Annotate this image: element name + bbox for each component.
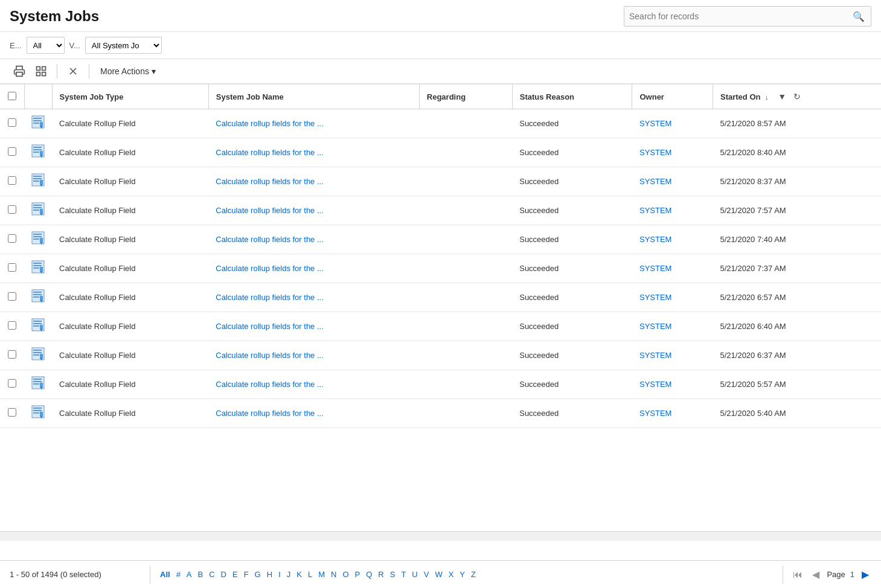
- th-owner[interactable]: Owner: [632, 85, 713, 109]
- select-all-checkbox[interactable]: [8, 92, 16, 100]
- row-checkbox-cell[interactable]: [0, 109, 24, 138]
- alpha-link-p[interactable]: P: [353, 569, 363, 580]
- row-job-name[interactable]: Calculate rollup fields for the ...: [208, 283, 419, 312]
- svg-rect-28: [33, 209, 39, 211]
- row-job-name[interactable]: Calculate rollup fields for the ...: [208, 225, 419, 254]
- alpha-link-i[interactable]: I: [276, 569, 283, 580]
- row-checkbox[interactable]: [8, 147, 16, 156]
- alpha-link-b[interactable]: B: [196, 569, 206, 580]
- search-input[interactable]: [624, 11, 847, 21]
- row-checkbox[interactable]: [8, 118, 16, 127]
- alpha-link-e[interactable]: E: [230, 569, 240, 580]
- row-owner[interactable]: SYSTEM: [632, 225, 713, 254]
- v-filter-select[interactable]: All System Jo: [85, 37, 162, 54]
- alpha-link-n[interactable]: N: [328, 569, 339, 580]
- row-checkbox-cell[interactable]: [0, 254, 24, 283]
- th-system-job-name[interactable]: System Job Name: [208, 85, 419, 109]
- row-checkbox-cell[interactable]: [0, 312, 24, 341]
- alpha-link-v[interactable]: V: [421, 569, 432, 580]
- alpha-link-k[interactable]: K: [294, 569, 304, 580]
- th-regarding[interactable]: Regarding: [419, 85, 512, 109]
- alpha-link-r[interactable]: R: [376, 569, 386, 580]
- row-job-name[interactable]: Calculate rollup fields for the ...: [208, 254, 419, 283]
- row-checkbox[interactable]: [8, 176, 16, 185]
- row-checkbox-cell[interactable]: [0, 196, 24, 225]
- alpha-link-j[interactable]: J: [284, 569, 293, 580]
- row-job-name[interactable]: Calculate rollup fields for the ...: [208, 341, 419, 370]
- row-checkbox-cell[interactable]: [0, 283, 24, 312]
- alpha-link-l[interactable]: L: [306, 569, 315, 580]
- filter-button[interactable]: ▼: [775, 91, 789, 103]
- horizontal-scrollbar[interactable]: [0, 531, 881, 541]
- row-checkbox[interactable]: [8, 292, 16, 301]
- svg-rect-33: [33, 236, 42, 237]
- row-checkbox[interactable]: [8, 350, 16, 359]
- e-filter-select[interactable]: All: [27, 37, 65, 54]
- row-owner[interactable]: SYSTEM: [632, 167, 713, 196]
- alpha-link-w[interactable]: W: [432, 569, 444, 580]
- alpha-link-s[interactable]: S: [388, 569, 398, 580]
- alpha-link-g[interactable]: G: [252, 569, 263, 580]
- alpha-link-d[interactable]: D: [219, 569, 229, 580]
- row-owner[interactable]: SYSTEM: [632, 312, 713, 341]
- row-job-name[interactable]: Calculate rollup fields for the ...: [208, 167, 419, 196]
- row-checkbox[interactable]: [8, 321, 16, 330]
- row-checkbox[interactable]: [8, 379, 16, 388]
- row-job-name[interactable]: Calculate rollup fields for the ...: [208, 370, 419, 399]
- more-actions-button[interactable]: More Actions ▾: [95, 64, 161, 78]
- next-page-button[interactable]: ▶: [859, 567, 871, 581]
- first-page-button[interactable]: ⏮: [790, 568, 805, 581]
- table-header-row: System Job Type System Job Name Regardin…: [0, 85, 881, 109]
- alpha-link-o[interactable]: O: [340, 569, 351, 580]
- alpha-link-x[interactable]: X: [446, 569, 457, 580]
- th-status-reason[interactable]: Status Reason: [512, 85, 632, 109]
- row-job-name[interactable]: Calculate rollup fields for the ...: [208, 312, 419, 341]
- print-button[interactable]: [10, 63, 29, 80]
- alpha-link-q[interactable]: Q: [364, 569, 374, 580]
- alpha-link-z[interactable]: Z: [469, 569, 478, 580]
- search-button[interactable]: 🔍: [847, 11, 871, 22]
- row-owner[interactable]: SYSTEM: [632, 196, 713, 225]
- row-checkbox[interactable]: [8, 234, 16, 243]
- alpha-link-t[interactable]: T: [399, 569, 408, 580]
- th-system-job-type[interactable]: System Job Type: [52, 85, 208, 109]
- row-checkbox[interactable]: [8, 205, 16, 214]
- alpha-link-f[interactable]: F: [242, 569, 251, 580]
- th-started-on[interactable]: Started On ↓ ▼ ↻: [713, 85, 881, 109]
- row-owner[interactable]: SYSTEM: [632, 341, 713, 370]
- row-owner[interactable]: SYSTEM: [632, 399, 713, 428]
- alpha-link-c[interactable]: C: [207, 569, 217, 580]
- row-checkbox-cell[interactable]: [0, 341, 24, 370]
- alpha-link-a[interactable]: A: [184, 569, 194, 580]
- row-checkbox-cell[interactable]: [0, 225, 24, 254]
- refresh-button[interactable]: ↻: [791, 91, 803, 103]
- row-job-name[interactable]: Calculate rollup fields for the ...: [208, 196, 419, 225]
- row-job-name[interactable]: Calculate rollup fields for the ...: [208, 109, 419, 138]
- row-owner[interactable]: SYSTEM: [632, 109, 713, 138]
- row-checkbox-cell[interactable]: [0, 399, 24, 428]
- prev-page-button[interactable]: ◀: [810, 567, 822, 581]
- alpha-link-#[interactable]: #: [174, 569, 183, 580]
- row-started-on: 5/21/2020 5:57 AM: [713, 370, 881, 399]
- alpha-link-h[interactable]: H: [264, 569, 275, 580]
- alpha-link-m[interactable]: M: [316, 569, 327, 580]
- e-filter-label: E...: [10, 41, 22, 50]
- row-checkbox-cell[interactable]: [0, 370, 24, 399]
- row-owner[interactable]: SYSTEM: [632, 370, 713, 399]
- view-button[interactable]: [31, 63, 51, 80]
- row-owner[interactable]: SYSTEM: [632, 138, 713, 167]
- alpha-link-all[interactable]: All: [158, 569, 173, 580]
- row-checkbox[interactable]: [8, 408, 16, 417]
- row-owner[interactable]: SYSTEM: [632, 283, 713, 312]
- row-checkbox[interactable]: [8, 263, 16, 272]
- row-job-name[interactable]: Calculate rollup fields for the ...: [208, 138, 419, 167]
- row-checkbox-cell[interactable]: [0, 138, 24, 167]
- row-job-type: Calculate Rollup Field: [52, 196, 208, 225]
- th-select-all[interactable]: [0, 85, 24, 109]
- row-job-name[interactable]: Calculate rollup fields for the ...: [208, 399, 419, 428]
- delete-button[interactable]: [63, 63, 83, 80]
- row-owner[interactable]: SYSTEM: [632, 254, 713, 283]
- row-checkbox-cell[interactable]: [0, 167, 24, 196]
- alpha-link-u[interactable]: U: [409, 569, 420, 580]
- alpha-link-y[interactable]: Y: [457, 569, 467, 580]
